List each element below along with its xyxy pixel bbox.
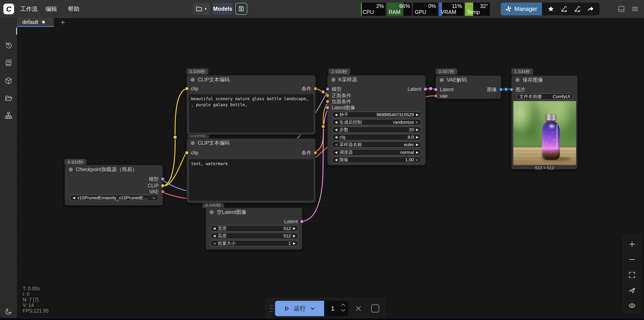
model-library-icon[interactable]: [5, 77, 12, 85]
increment-icon: ▶: [416, 128, 418, 132]
ckpt-name-widget[interactable]: ◀ v15PrunedEmaonly_v15PrunedEmaonly. ...…: [70, 195, 158, 201]
star-icon[interactable]: [548, 6, 554, 13]
node-title-bar[interactable]: K采样器: [328, 75, 425, 84]
input-port-negative[interactable]: 负面条件: [326, 99, 351, 104]
temp-stat: 32° Temp: [465, 3, 490, 16]
input-port-clip[interactable]: clip: [185, 86, 198, 91]
history-icon[interactable]: [5, 42, 12, 49]
node-save-image[interactable]: 保存图像 图片 文件名前缀 ComfyUI 512 × 512: [512, 75, 578, 169]
node-map-icon[interactable]: [5, 112, 12, 119]
output-port-conditioning[interactable]: 条件: [302, 150, 317, 155]
share-icon[interactable]: [587, 6, 594, 13]
node-ksampler[interactable]: K采样器 模型 正面条件 负面条件 Latent图像 Latent ◀ 种子 9…: [327, 75, 426, 165]
node-title-bar[interactable]: VAE解码: [436, 76, 501, 84]
output-port-image[interactable]: 图像: [487, 87, 503, 92]
collapse-dot-icon[interactable]: [69, 167, 73, 172]
node-title-bar[interactable]: 保存图像: [512, 76, 578, 84]
pan-mode-button[interactable]: [628, 287, 636, 295]
input-port-latent[interactable]: Latent图像: [326, 105, 355, 110]
bottom-panel-toggle-icon[interactable]: [618, 5, 625, 14]
node-title: Checkpoint加载器（简易）: [76, 166, 137, 173]
cancel-button[interactable]: [354, 303, 364, 313]
save-workflow-button[interactable]: [235, 3, 247, 15]
input-port-model[interactable]: 模型: [326, 87, 342, 92]
node-library-icon[interactable]: [5, 59, 12, 67]
sidebar-scrollbar[interactable]: [16, 27, 17, 35]
zoom-out-button[interactable]: [628, 256, 636, 264]
workflows-folder-icon[interactable]: [5, 94, 12, 102]
stepper-up-icon[interactable]: [341, 303, 346, 306]
stepper-down-icon[interactable]: [341, 309, 346, 312]
preview-image[interactable]: [513, 101, 576, 165]
run-button[interactable]: 运行: [275, 301, 324, 316]
decrement-icon: ◀: [335, 158, 337, 162]
menu-help[interactable]: 帮助: [68, 0, 80, 18]
workflow-tab-default[interactable]: default: [17, 18, 54, 27]
collapse-dot-icon[interactable]: [191, 78, 195, 82]
node-empty-latent-image[interactable]: 空Latent图像 Latent ◀ 宽度 512 ▶ ◀ 高度 512 ▶ ◀…: [206, 208, 302, 250]
fit-view-button[interactable]: [628, 271, 636, 279]
collapse-dot-icon[interactable]: [210, 210, 214, 214]
input-port-vae[interactable]: vae: [434, 93, 448, 99]
steps-widget[interactable]: ◀ 步数 20 ▶: [332, 126, 422, 133]
increment-icon: ▶: [416, 143, 418, 147]
vacuum-clean-icon[interactable]: [561, 6, 568, 13]
input-port-positive[interactable]: 正面条件: [326, 93, 351, 98]
exec-time-badge: 1.534秒: [512, 68, 533, 75]
width-widget[interactable]: ◀ 宽度 512 ▶: [210, 225, 298, 232]
collapse-dot-icon[interactable]: [191, 141, 195, 145]
toggle-link-visibility-button[interactable]: [628, 302, 636, 310]
denoise-widget[interactable]: ◀ 降噪 1.00 ▶: [332, 157, 422, 163]
height-widget[interactable]: ◀ 高度 512 ▶: [210, 233, 298, 239]
output-port-conditioning[interactable]: 条件: [302, 86, 317, 91]
drag-handle-icon[interactable]: [270, 304, 273, 312]
cfg-widget[interactable]: ◀ cfg 8.0 ▶: [332, 134, 422, 140]
output-port-latent[interactable]: Latent: [408, 87, 427, 92]
output-port-clip[interactable]: CLIP: [148, 183, 165, 188]
seed-widget[interactable]: ◀ 种子 969995407315529 ▶: [332, 112, 422, 118]
models-button[interactable]: Models: [213, 3, 233, 15]
node-clip-text-encode-positive[interactable]: CLIP文本编码 clip 条件 beautiful scenery natur…: [186, 75, 316, 135]
open-workflow-button[interactable]: ▼: [192, 3, 210, 15]
collapse-dot-icon[interactable]: [440, 78, 444, 82]
scheduler-widget[interactable]: ◀ 调度器 normal ▶: [332, 149, 422, 156]
node-title-bar[interactable]: CLIP文本编码: [187, 75, 316, 84]
node-checkpoint-loader[interactable]: Checkpoint加载器（简易） 模型 CLIP VAE ◀ v15Prune…: [65, 165, 163, 205]
perf-nodes: N: 7 [7]: [23, 297, 48, 302]
node-title-bar[interactable]: 空Latent图像: [206, 208, 302, 217]
prompt-textarea[interactable]: text, watermark: [189, 159, 314, 201]
menu-workflow[interactable]: 工作流: [20, 0, 38, 18]
node-title-bar[interactable]: Checkpoint加载器（简易）: [65, 165, 163, 174]
node-title-bar[interactable]: CLIP文本编码: [187, 139, 316, 147]
decrement-icon: ◀: [213, 234, 216, 238]
input-port-latent[interactable]: Latent: [434, 87, 454, 92]
control-after-generate-widget[interactable]: ◀ 生成后控制 randomize ▶: [332, 119, 422, 125]
node-vae-decode[interactable]: VAE解码 Latent vae 图像: [436, 75, 501, 99]
output-port-latent[interactable]: Latent: [284, 219, 304, 224]
zoom-in-button[interactable]: [628, 240, 636, 249]
manager-button[interactable]: Manager: [501, 3, 542, 15]
output-port-vae[interactable]: VAE: [149, 189, 165, 194]
new-workflow-tab-button[interactable]: +: [59, 19, 66, 27]
perf-fps: FPS:121.95: [23, 308, 48, 313]
hamburger-menu-icon[interactable]: [631, 5, 639, 14]
sampler-name-widget[interactable]: ◀ 采样器名称 euler ▶: [332, 141, 422, 148]
menu-edit[interactable]: 编辑: [46, 0, 57, 18]
comfyui-logo[interactable]: C: [4, 4, 14, 14]
batch-count-input[interactable]: 1: [324, 301, 348, 316]
filename-prefix-widget[interactable]: 文件名前缀 ComfyUI: [516, 93, 573, 100]
batch-size-widget[interactable]: ◀ 批量大小 1 ▶: [210, 240, 298, 246]
node-title: 保存图像: [522, 77, 543, 83]
theme-toggle-moon-icon[interactable]: [5, 307, 12, 315]
increment-icon: ▶: [416, 135, 418, 139]
input-port-clip[interactable]: clip: [185, 150, 198, 155]
batch-count-steppers[interactable]: [341, 303, 346, 312]
node-clip-text-encode-negative[interactable]: CLIP文本编码 clip 条件 text, watermark: [186, 138, 316, 203]
stop-button[interactable]: [371, 304, 379, 312]
vacuum-clean-alt-icon[interactable]: [574, 6, 581, 13]
collapse-dot-icon[interactable]: [332, 78, 336, 82]
prompt-textarea[interactable]: beautiful scenery nature glass bottle la…: [189, 94, 314, 133]
collapse-dot-icon[interactable]: [516, 78, 520, 82]
input-port-image[interactable]: 图片: [510, 87, 526, 92]
output-port-model[interactable]: 模型: [149, 176, 165, 182]
